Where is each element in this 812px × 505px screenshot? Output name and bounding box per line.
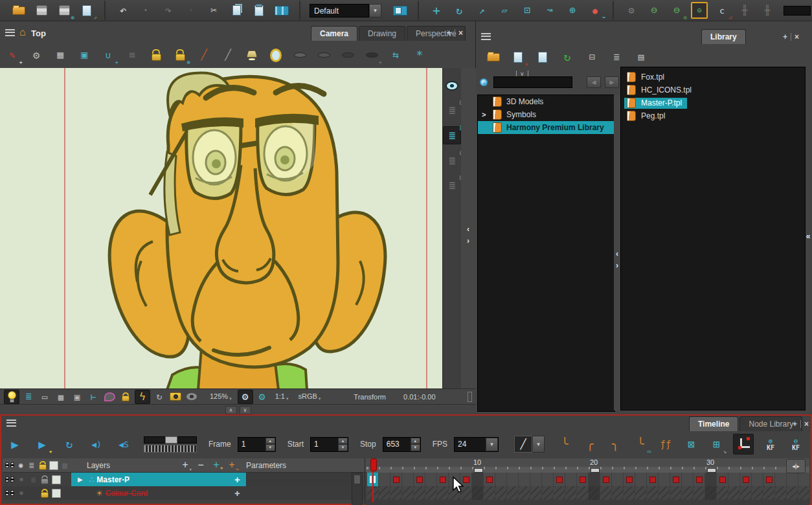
outline-mode-icon[interactable]: ▤	[60, 460, 70, 471]
frame-cell[interactable]	[763, 473, 775, 486]
tree-item[interactable]: 3D Models	[478, 95, 615, 108]
layer-name[interactable]: Colour-Card	[106, 489, 148, 498]
color-space[interactable]: sRGB▾	[298, 392, 321, 401]
tree-item[interactable]: >Symbols	[478, 108, 615, 121]
speech-balloon-icon[interactable]	[102, 390, 117, 403]
undo-list-icon[interactable]: ▾	[137, 2, 154, 19]
export-image-icon[interactable]: ↗	[78, 2, 95, 19]
status-checkbox[interactable]	[468, 392, 472, 402]
camera-mask-icon[interactable]: ▣	[76, 47, 93, 63]
show-strokes-icon[interactable]: ⊢	[86, 390, 100, 403]
frame-cell[interactable]	[425, 473, 437, 486]
camera-mask-toggle-icon[interactable]: ▣	[70, 390, 84, 403]
delete-template-icon[interactable]: ×	[510, 49, 526, 65]
layer-row[interactable]: ●≣▶∴Master-P+	[3, 473, 366, 486]
list-view-icon[interactable]: ≣	[608, 49, 625, 65]
layer-expander-icon[interactable]: ▶	[78, 476, 83, 483]
layer-stack-toggle[interactable]: ≣	[28, 475, 38, 485]
frame-cell-hatched[interactable]	[763, 486, 775, 500]
translate-tool-icon[interactable]: +	[428, 2, 445, 19]
safe-area-icon[interactable]: ▭	[38, 390, 52, 403]
frame-cell-hatched[interactable]	[694, 486, 705, 500]
workspace-value[interactable]: Default	[310, 4, 369, 17]
frame-cell-hatched[interactable]	[554, 486, 565, 500]
layers-scrollbar[interactable]	[352, 473, 363, 505]
frame-cell[interactable]	[589, 473, 600, 486]
frame-cell[interactable]	[670, 473, 682, 486]
ease-curve-icon[interactable]: ╭	[581, 436, 598, 453]
frame-cell-hatched[interactable]	[647, 486, 659, 500]
render-play-button[interactable]: ▶★	[34, 436, 51, 453]
onion-before-1-icon[interactable]	[315, 47, 332, 63]
forward-button[interactable]: ▶	[605, 76, 619, 88]
close-view-button[interactable]: ×	[804, 420, 809, 429]
frame-cell-hatched[interactable]	[530, 486, 542, 500]
dashed-line-icon[interactable]: ╱	[220, 47, 236, 63]
delete-exposure-icon[interactable]: ⊠	[682, 436, 699, 453]
undo-icon[interactable]: ↶	[115, 2, 131, 19]
loop-button[interactable]: ↻	[61, 436, 78, 453]
enable-all-icon[interactable]	[5, 460, 15, 471]
stack-order-icon[interactable]: ≣	[27, 460, 37, 471]
motion-keyframe-icon[interactable]	[733, 434, 754, 454]
library-splitter[interactable]: ‹ ›	[614, 95, 620, 410]
frame-cell[interactable]	[390, 473, 402, 486]
colour-art-icon[interactable]: ≣C	[444, 152, 460, 169]
scale-tool-icon[interactable]: ↗	[473, 2, 490, 19]
fps-field[interactable]: 24 ▼	[454, 437, 499, 452]
frame-cell-hatched[interactable]	[472, 486, 484, 500]
save-icon[interactable]	[33, 2, 50, 19]
frame-cell-hatched[interactable]	[740, 486, 752, 500]
frame-cell-hatched[interactable]	[787, 486, 798, 500]
frame-cell[interactable]	[542, 473, 554, 486]
ease-dropdown-arrow[interactable]: ▼	[532, 436, 545, 453]
pixel-ratio[interactable]: 1:1▾	[275, 392, 289, 401]
library-file[interactable]: Peg.tpl	[621, 109, 805, 122]
layer-lock-toggle[interactable]	[39, 488, 50, 499]
render-view-icon[interactable]: ϟ	[135, 390, 150, 404]
save-all-icon[interactable]: ⊕	[56, 2, 73, 19]
frame-cell-hatched[interactable]	[507, 486, 519, 500]
toolbar-separator[interactable]	[613, 1, 614, 20]
toolbar-separator[interactable]	[418, 1, 419, 20]
layer-view-icon[interactable]: ≣	[21, 390, 36, 403]
underlay-art-icon[interactable]: ≣U	[444, 177, 460, 194]
frame-cell[interactable]	[495, 473, 507, 486]
layer-solo-toggle[interactable]: ●	[16, 488, 27, 499]
frame-cell[interactable]	[659, 473, 670, 486]
toolbar-separator[interactable]	[104, 1, 106, 20]
frame-cell[interactable]	[530, 473, 542, 486]
hide-eye-icon[interactable]	[185, 390, 199, 403]
timeline-menu-icon[interactable]	[6, 420, 16, 427]
animate-mode-icon[interactable]: ●↝	[587, 2, 603, 19]
sound-scrub-button[interactable]: ◀S	[115, 436, 132, 453]
frame-cell-hatched[interactable]	[775, 486, 787, 500]
onion-skin-icon[interactable]: ≡	[124, 47, 141, 63]
frame-cell[interactable]	[717, 473, 728, 486]
open-scene-icon[interactable]	[10, 2, 27, 19]
volume-handle[interactable]	[165, 436, 177, 443]
frame-cell-hatched[interactable]	[798, 486, 809, 500]
ease-multiple-icon[interactable]: ƒƒ	[657, 436, 674, 453]
library-file[interactable]: HC_ICONS.tpl	[621, 84, 805, 96]
start-up-icon[interactable]: ▲	[338, 438, 348, 445]
frame-cell[interactable]	[740, 473, 752, 486]
start-down-icon[interactable]: ▼	[338, 444, 348, 451]
lock-flat-icon[interactable]	[118, 390, 133, 403]
close-view-button[interactable]: ×	[458, 28, 463, 38]
tab-camera[interactable]: Camera	[311, 26, 357, 41]
frame-cell[interactable]	[460, 473, 472, 486]
add-view-button[interactable]: +	[447, 28, 451, 38]
copy-icon[interactable]	[228, 2, 245, 19]
reset-view-icon[interactable]: ↻	[152, 390, 166, 403]
add-keyframe-exposure-icon[interactable]: ╫	[759, 2, 776, 19]
lock-all-icon[interactable]	[38, 460, 48, 471]
add-view-button[interactable]: +	[783, 32, 787, 41]
close-view-button[interactable]: ×	[795, 32, 799, 41]
add-view-button[interactable]: +	[793, 420, 797, 429]
frame-cell-hatched[interactable]	[484, 486, 495, 500]
add-keyframe-icon[interactable]: ╫	[736, 2, 753, 19]
library-menu-icon[interactable]	[481, 33, 491, 40]
details-view-icon[interactable]: ▤	[633, 49, 649, 65]
frame-cell[interactable]	[694, 473, 705, 486]
